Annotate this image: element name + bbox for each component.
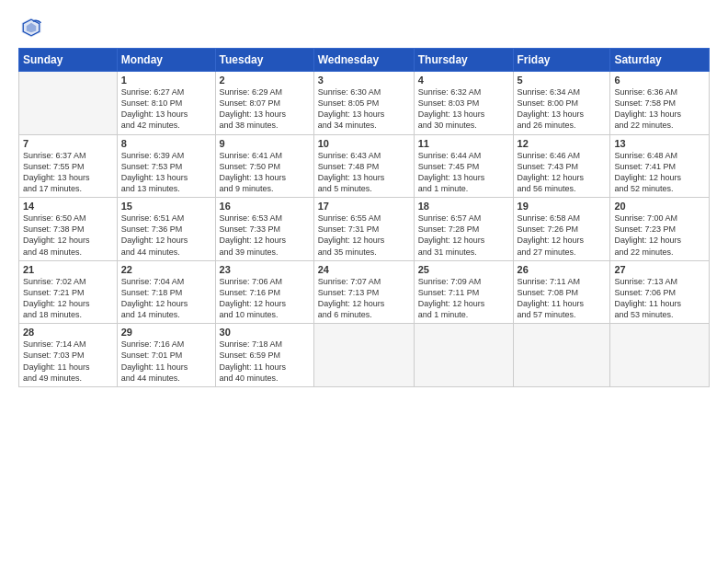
day-cell: 13Sunrise: 6:48 AM Sunset: 7:41 PM Dayli… <box>610 134 710 198</box>
page: SundayMondayTuesdayWednesdayThursdayFrid… <box>0 0 728 563</box>
day-info: Sunrise: 7:14 AM Sunset: 7:03 PM Dayligh… <box>23 339 113 384</box>
day-info: Sunrise: 7:16 AM Sunset: 7:01 PM Dayligh… <box>121 339 211 384</box>
day-info: Sunrise: 6:30 AM Sunset: 8:05 PM Dayligh… <box>318 86 410 132</box>
day-cell: 19Sunrise: 6:58 AM Sunset: 7:26 PM Dayli… <box>513 198 610 261</box>
day-number: 5 <box>518 75 607 86</box>
day-info: Sunrise: 7:00 AM Sunset: 7:23 PM Dayligh… <box>614 213 705 258</box>
day-info: Sunrise: 7:18 AM Sunset: 6:59 PM Dayligh… <box>220 339 310 384</box>
day-number: 3 <box>318 75 410 86</box>
day-cell: 22Sunrise: 7:04 AM Sunset: 7:18 PM Dayli… <box>117 260 215 324</box>
day-cell: 20Sunrise: 7:00 AM Sunset: 7:23 PM Dayli… <box>610 198 710 261</box>
weekday-header-sunday: Sunday <box>19 49 118 72</box>
day-cell: 2Sunrise: 6:29 AM Sunset: 8:07 PM Daylig… <box>215 72 313 135</box>
day-info: Sunrise: 6:37 AM Sunset: 7:55 PM Dayligh… <box>23 150 113 195</box>
day-cell: 27Sunrise: 7:13 AM Sunset: 7:06 PM Dayli… <box>610 260 710 324</box>
day-number: 8 <box>121 138 211 149</box>
day-cell <box>414 324 513 387</box>
day-number: 22 <box>121 264 211 275</box>
week-row-2: 7Sunrise: 6:37 AM Sunset: 7:55 PM Daylig… <box>19 134 710 198</box>
week-row-3: 14Sunrise: 6:50 AM Sunset: 7:38 PM Dayli… <box>19 198 710 261</box>
calendar: SundayMondayTuesdayWednesdayThursdayFrid… <box>18 48 710 387</box>
day-cell: 12Sunrise: 6:46 AM Sunset: 7:43 PM Dayli… <box>513 134 610 198</box>
weekday-header-tuesday: Tuesday <box>215 49 313 72</box>
day-number: 1 <box>121 75 211 86</box>
weekday-header-friday: Friday <box>513 49 610 72</box>
day-info: Sunrise: 6:44 AM Sunset: 7:45 PM Dayligh… <box>418 150 509 195</box>
day-number: 30 <box>220 327 310 338</box>
day-number: 18 <box>418 201 509 212</box>
day-info: Sunrise: 6:50 AM Sunset: 7:38 PM Dayligh… <box>23 213 113 258</box>
day-info: Sunrise: 7:11 AM Sunset: 7:08 PM Dayligh… <box>518 276 607 321</box>
day-info: Sunrise: 7:04 AM Sunset: 7:18 PM Dayligh… <box>121 276 211 321</box>
day-cell <box>513 324 610 387</box>
day-info: Sunrise: 6:46 AM Sunset: 7:43 PM Dayligh… <box>518 150 607 195</box>
day-cell: 7Sunrise: 6:37 AM Sunset: 7:55 PM Daylig… <box>19 134 118 198</box>
day-info: Sunrise: 7:07 AM Sunset: 7:13 PM Dayligh… <box>318 276 410 321</box>
day-number: 23 <box>220 264 310 275</box>
day-number: 11 <box>418 138 509 149</box>
day-info: Sunrise: 6:27 AM Sunset: 8:10 PM Dayligh… <box>121 86 211 132</box>
day-info: Sunrise: 6:53 AM Sunset: 7:33 PM Dayligh… <box>220 213 310 258</box>
day-info: Sunrise: 6:41 AM Sunset: 7:50 PM Dayligh… <box>220 150 310 195</box>
day-info: Sunrise: 7:09 AM Sunset: 7:11 PM Dayligh… <box>418 276 509 321</box>
day-cell: 14Sunrise: 6:50 AM Sunset: 7:38 PM Dayli… <box>19 198 118 261</box>
day-cell <box>313 324 414 387</box>
day-number: 29 <box>121 327 211 338</box>
day-number: 6 <box>614 75 705 86</box>
day-cell: 1Sunrise: 6:27 AM Sunset: 8:10 PM Daylig… <box>117 72 215 135</box>
day-cell: 5Sunrise: 6:34 AM Sunset: 8:00 PM Daylig… <box>513 72 610 135</box>
day-number: 27 <box>614 264 705 275</box>
weekday-header-row: SundayMondayTuesdayWednesdayThursdayFrid… <box>19 49 710 72</box>
day-number: 9 <box>220 138 310 149</box>
day-cell: 8Sunrise: 6:39 AM Sunset: 7:53 PM Daylig… <box>117 134 215 198</box>
day-number: 7 <box>23 138 113 149</box>
day-number: 2 <box>220 75 310 86</box>
day-info: Sunrise: 6:29 AM Sunset: 8:07 PM Dayligh… <box>220 86 310 132</box>
day-number: 4 <box>418 75 509 86</box>
day-number: 20 <box>614 201 705 212</box>
day-cell: 25Sunrise: 7:09 AM Sunset: 7:11 PM Dayli… <box>414 260 513 324</box>
day-cell: 6Sunrise: 6:36 AM Sunset: 7:58 PM Daylig… <box>610 72 710 135</box>
day-number: 26 <box>518 264 607 275</box>
logo-icon <box>18 15 44 40</box>
week-row-5: 28Sunrise: 7:14 AM Sunset: 7:03 PM Dayli… <box>19 324 710 387</box>
day-info: Sunrise: 6:55 AM Sunset: 7:31 PM Dayligh… <box>318 213 410 258</box>
day-info: Sunrise: 6:39 AM Sunset: 7:53 PM Dayligh… <box>121 150 211 195</box>
day-cell: 28Sunrise: 7:14 AM Sunset: 7:03 PM Dayli… <box>19 324 118 387</box>
day-cell: 30Sunrise: 7:18 AM Sunset: 6:59 PM Dayli… <box>215 324 313 387</box>
logo <box>18 15 48 40</box>
day-cell <box>19 72 118 135</box>
week-row-4: 21Sunrise: 7:02 AM Sunset: 7:21 PM Dayli… <box>19 260 710 324</box>
day-cell: 11Sunrise: 6:44 AM Sunset: 7:45 PM Dayli… <box>414 134 513 198</box>
day-cell: 4Sunrise: 6:32 AM Sunset: 8:03 PM Daylig… <box>414 72 513 135</box>
day-number: 15 <box>121 201 211 212</box>
day-cell: 9Sunrise: 6:41 AM Sunset: 7:50 PM Daylig… <box>215 134 313 198</box>
day-number: 13 <box>614 138 705 149</box>
weekday-header-monday: Monday <box>117 49 215 72</box>
weekday-header-wednesday: Wednesday <box>313 49 414 72</box>
day-cell: 21Sunrise: 7:02 AM Sunset: 7:21 PM Dayli… <box>19 260 118 324</box>
day-number: 21 <box>23 264 113 275</box>
day-cell: 26Sunrise: 7:11 AM Sunset: 7:08 PM Dayli… <box>513 260 610 324</box>
day-number: 16 <box>220 201 310 212</box>
day-cell: 3Sunrise: 6:30 AM Sunset: 8:05 PM Daylig… <box>313 72 414 135</box>
day-cell: 18Sunrise: 6:57 AM Sunset: 7:28 PM Dayli… <box>414 198 513 261</box>
day-info: Sunrise: 6:36 AM Sunset: 7:58 PM Dayligh… <box>614 86 705 132</box>
day-number: 24 <box>318 264 410 275</box>
day-cell: 17Sunrise: 6:55 AM Sunset: 7:31 PM Dayli… <box>313 198 414 261</box>
day-number: 19 <box>518 201 607 212</box>
day-info: Sunrise: 6:57 AM Sunset: 7:28 PM Dayligh… <box>418 213 509 258</box>
weekday-header-saturday: Saturday <box>610 49 710 72</box>
day-number: 28 <box>23 327 113 338</box>
day-info: Sunrise: 6:32 AM Sunset: 8:03 PM Dayligh… <box>418 86 509 132</box>
week-row-1: 1Sunrise: 6:27 AM Sunset: 8:10 PM Daylig… <box>19 72 710 135</box>
day-info: Sunrise: 6:58 AM Sunset: 7:26 PM Dayligh… <box>518 213 607 258</box>
day-info: Sunrise: 6:51 AM Sunset: 7:36 PM Dayligh… <box>121 213 211 258</box>
day-info: Sunrise: 6:34 AM Sunset: 8:00 PM Dayligh… <box>518 86 607 132</box>
day-cell: 15Sunrise: 6:51 AM Sunset: 7:36 PM Dayli… <box>117 198 215 261</box>
day-info: Sunrise: 7:02 AM Sunset: 7:21 PM Dayligh… <box>23 276 113 321</box>
day-info: Sunrise: 6:48 AM Sunset: 7:41 PM Dayligh… <box>614 150 705 195</box>
day-number: 14 <box>23 201 113 212</box>
day-cell <box>610 324 710 387</box>
day-cell: 23Sunrise: 7:06 AM Sunset: 7:16 PM Dayli… <box>215 260 313 324</box>
